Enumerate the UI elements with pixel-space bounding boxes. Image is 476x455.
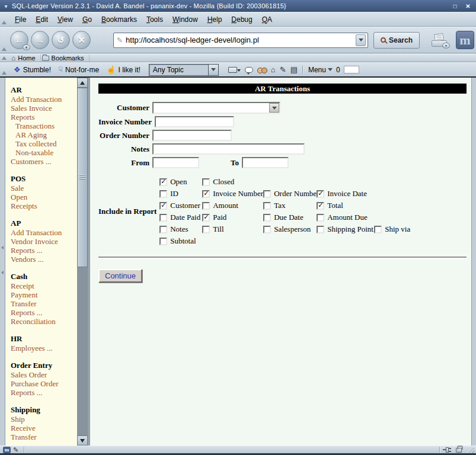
continue-button[interactable]: Continue xyxy=(98,269,142,283)
sidebar-link[interactable]: Vendors ... xyxy=(11,255,77,264)
menu-item[interactable]: Window xyxy=(168,15,203,24)
list-icon[interactable]: ▤ xyxy=(290,66,298,73)
mozilla-status-icon[interactable]: m xyxy=(3,447,11,453)
sidebar-link[interactable]: Reconciliation xyxy=(11,317,77,326)
sidebar-link[interactable]: Add Transaction xyxy=(11,95,77,104)
menu-item[interactable]: Bookmarks xyxy=(97,15,142,24)
report-option[interactable]: Ship via xyxy=(374,225,410,234)
sidebar-link[interactable]: Receipt xyxy=(11,281,77,290)
sidebar-grippy-icon[interactable] xyxy=(1,271,4,274)
report-option[interactable]: Tax xyxy=(263,201,317,210)
print-button[interactable]: ▾ xyxy=(432,34,448,47)
sidebar-link[interactable]: Vendor Invoice xyxy=(11,237,77,246)
report-option[interactable]: Till xyxy=(202,225,263,234)
report-option[interactable]: ID xyxy=(159,189,202,198)
checkbox-icon[interactable] xyxy=(202,178,210,186)
resize-grip[interactable] xyxy=(467,447,474,453)
menu-item[interactable]: QA xyxy=(257,15,277,24)
notes-input[interactable] xyxy=(152,143,305,155)
sidebar-link[interactable]: AR Aging xyxy=(11,130,77,139)
toolbar-grippy-icon[interactable] xyxy=(2,71,7,75)
like-it-button[interactable]: ☝ I like it! xyxy=(103,65,144,74)
customer-select[interactable] xyxy=(152,102,280,114)
sidebar-link[interactable]: Reports ... xyxy=(11,388,77,397)
topic-dropdown-button[interactable] xyxy=(208,65,218,75)
menu-item[interactable]: Debug xyxy=(226,15,257,24)
sidebar-link[interactable]: Sales Invoice xyxy=(11,104,77,113)
checkbox-icon[interactable] xyxy=(202,190,210,198)
sidebar-link[interactable]: Transfer xyxy=(11,299,77,308)
scroll-up-button[interactable] xyxy=(77,78,88,88)
checkbox-icon[interactable] xyxy=(317,190,324,198)
checkbox-icon[interactable] xyxy=(317,214,324,222)
review-note-icon[interactable]: ✎ xyxy=(280,66,286,73)
reload-button[interactable]: ↺ xyxy=(52,31,70,49)
sidebar-link[interactable]: Open xyxy=(11,193,77,201)
home-button[interactable]: ⌂ Home xyxy=(10,55,41,62)
menu-item[interactable]: Go xyxy=(78,15,97,24)
report-option[interactable]: Amount xyxy=(202,201,263,210)
toolbar-grippy-icon[interactable] xyxy=(2,56,7,60)
report-option[interactable]: Notes xyxy=(159,225,202,234)
checkbox-icon[interactable] xyxy=(159,226,167,233)
sidebar-link[interactable]: Non-taxable xyxy=(11,148,77,157)
close-button[interactable]: ✕ xyxy=(463,2,473,11)
sidebar-link[interactable]: Reports ... xyxy=(11,246,77,255)
sidebar-link[interactable]: Receive xyxy=(11,424,77,432)
checkbox-icon[interactable] xyxy=(263,226,271,233)
checkbox-icon[interactable] xyxy=(263,202,271,210)
report-option[interactable]: Order Number xyxy=(263,189,317,198)
back-history-dropdown[interactable]: ▾ xyxy=(23,44,30,50)
report-option[interactable]: Customer xyxy=(159,201,202,210)
sidebar-link[interactable]: Payment xyxy=(11,290,77,299)
comment-bubble-icon[interactable] xyxy=(245,67,253,73)
checkbox-icon[interactable] xyxy=(159,202,167,210)
forward-button[interactable]: → xyxy=(31,31,49,49)
checkbox-icon[interactable] xyxy=(263,214,271,222)
checkbox-icon[interactable] xyxy=(317,226,324,233)
search-button[interactable]: Search xyxy=(373,32,420,49)
menu-item[interactable]: File xyxy=(10,15,31,24)
sidebar-scrollbar[interactable] xyxy=(77,78,88,446)
scroll-down-button[interactable] xyxy=(77,435,88,446)
url-history-dropdown[interactable] xyxy=(356,34,366,46)
online-status-icon[interactable] xyxy=(443,447,451,453)
maximize-button[interactable]: □ xyxy=(450,2,460,11)
from-date-input[interactable] xyxy=(152,157,199,168)
url-bar[interactable]: ✎ http://localhost/sql-ledger-devel/logi… xyxy=(113,33,368,48)
checkbox-icon[interactable] xyxy=(159,214,167,222)
sidebar-link[interactable]: Sale xyxy=(11,184,77,193)
sidebar-link[interactable]: Reports ... xyxy=(11,308,77,317)
window-shade-icon[interactable]: ▾ xyxy=(0,3,12,9)
report-option[interactable]: Amount Due xyxy=(317,213,374,222)
menu-item[interactable]: View xyxy=(53,15,78,24)
checkbox-icon[interactable] xyxy=(317,202,324,210)
stumble-menu-button[interactable]: Menu xyxy=(308,66,333,74)
url-text[interactable]: http://localhost/sql-ledger-devel/login.… xyxy=(126,36,356,44)
sidebar-link[interactable]: Tax collected xyxy=(11,139,77,148)
select-dropdown-button[interactable] xyxy=(269,103,279,113)
report-option[interactable]: Shipping Point xyxy=(317,225,374,234)
sidebar-link[interactable]: Employees ... xyxy=(11,344,77,353)
report-option[interactable]: Due Date xyxy=(263,213,317,222)
report-option[interactable]: Date Paid xyxy=(159,213,202,222)
sidebar-link[interactable]: Ship xyxy=(11,415,77,424)
menu-item[interactable]: Edit xyxy=(31,15,53,24)
checkbox-icon[interactable] xyxy=(202,226,210,233)
channel-icon[interactable] xyxy=(228,67,237,73)
report-option[interactable]: Paid xyxy=(202,213,263,222)
sidebar-link[interactable]: Receipts xyxy=(11,201,77,210)
report-option[interactable]: Invoice Date xyxy=(317,189,374,198)
menu-item[interactable]: Tools xyxy=(142,15,168,24)
compose-icon[interactable]: ✎ xyxy=(13,447,18,453)
sidebar-link[interactable]: Transactions xyxy=(11,121,77,130)
order-number-input[interactable] xyxy=(152,130,232,141)
stop-button[interactable]: ✕ xyxy=(72,31,91,49)
checkbox-icon[interactable] xyxy=(263,190,271,198)
print-dropdown[interactable]: ▾ xyxy=(442,43,450,49)
bookmarks-button[interactable]: Bookmarks xyxy=(41,55,90,62)
checkbox-icon[interactable] xyxy=(202,214,210,222)
sidebar-link[interactable]: Customers ... xyxy=(11,157,77,166)
report-option[interactable]: Total xyxy=(317,201,374,210)
sidebar-link[interactable]: Sales Order xyxy=(11,370,77,379)
